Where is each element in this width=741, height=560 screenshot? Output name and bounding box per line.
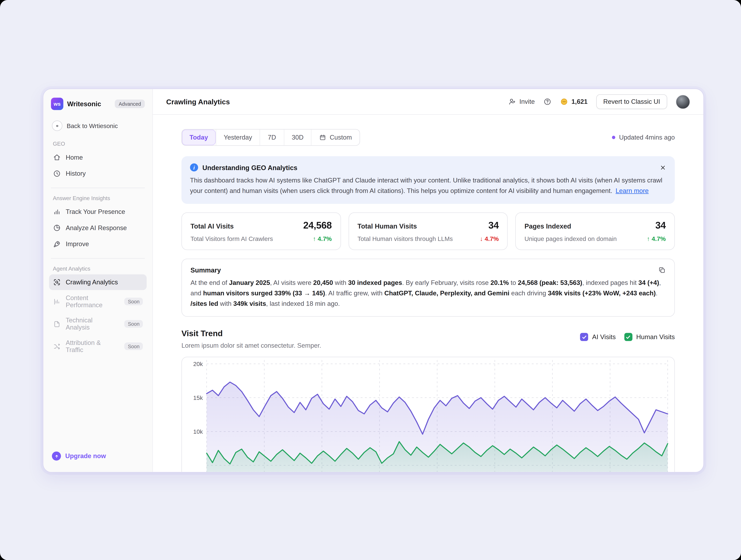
summary-highlight: human visitors surged 339% (33 → 145) — [203, 290, 325, 297]
calendar-icon — [319, 134, 326, 141]
back-to-writesonic-button[interactable]: Back to Wrtiesonic — [50, 119, 146, 133]
arrow-down-icon: ↓ — [480, 235, 483, 243]
stat-subtitle: Total Human visitors through LLMs — [357, 235, 453, 243]
attribution-icon — [53, 342, 61, 350]
section-label-answer-engine-insights: Answer Engine Insights — [53, 195, 143, 201]
copy-icon[interactable] — [658, 266, 666, 274]
soon-badge: Soon — [125, 320, 143, 328]
sidebar-item-technical-analysis[interactable]: Technical AnalysisSoon — [49, 313, 147, 335]
chart-canvas: 20k15k10k — [182, 357, 674, 472]
delta-up-badge: ↑ 4.7% — [313, 235, 332, 243]
geo-analytics-banner: i Understanding GEO Analytics This dashb… — [182, 156, 675, 204]
sidebar-item-history[interactable]: History — [49, 166, 147, 181]
stat-title: Total Human Visits — [357, 223, 417, 230]
stat-card-pages-indexed: Pages Indexed34Unique pages indexed on d… — [516, 212, 675, 250]
legend-human-visits[interactable]: Human Visits — [624, 333, 675, 341]
stat-subtitle: Unique pages indexed on domain — [525, 235, 617, 243]
stat-value: 34 — [488, 220, 499, 231]
revert-classic-ui-button[interactable]: Revert to Classic UI — [596, 95, 667, 109]
legend-label: Human Visits — [636, 333, 675, 340]
sidebar-item-label: Analyze AI Response — [66, 224, 127, 232]
upgrade-now-button[interactable]: Upgrade now — [49, 448, 147, 464]
sidebar-item-content-performance[interactable]: Content PerformanceSoon — [49, 291, 147, 312]
sidebar-nav: GEOHomeHistoryAnswer Engine InsightsTrac… — [49, 134, 147, 358]
close-icon[interactable] — [660, 164, 666, 171]
sidebar-item-label: Track Your Presence — [66, 208, 125, 215]
info-icon: i — [190, 163, 198, 171]
credits-counter[interactable]: 1,621 — [560, 98, 588, 106]
updated-label: Updated 4mins ago — [619, 134, 675, 141]
technical-icon — [53, 320, 61, 328]
tab-yesterday[interactable]: Yesterday — [216, 130, 260, 145]
svg-text:20k: 20k — [193, 361, 203, 367]
tab-label: Yesterday — [224, 134, 252, 141]
summary-highlight: 24,568 (peak: 53,563) — [518, 279, 582, 286]
stat-subtitle: Total Visitors form AI Crawlers — [191, 235, 273, 243]
legend-ai-visits[interactable]: AI Visits — [580, 333, 616, 341]
crawling-icon — [53, 278, 61, 286]
summary-highlight: 349k visits (+23% WoW, +243 each) — [548, 290, 656, 297]
history-icon — [53, 170, 61, 178]
delta-down-badge: ↓ 4.7% — [480, 235, 499, 243]
arrow-up-circle-icon — [52, 451, 61, 460]
main-area: Crawling Analytics Invite — [153, 89, 703, 472]
visit-trend-titles: Visit Trend Lorem ipsum dolor sit amet c… — [182, 329, 321, 349]
upgrade-label: Upgrade now — [65, 452, 106, 460]
stat-value: 24,568 — [303, 220, 332, 231]
top-header: Crawling Analytics Invite — [153, 89, 703, 115]
tab-label: 30D — [292, 134, 304, 141]
delta-up-badge: ↑ 4.7% — [647, 235, 666, 243]
page-title: Crawling Analytics — [166, 98, 230, 106]
brand-row: ws Writesonic Advanced — [49, 96, 147, 112]
legend-label: AI Visits — [592, 333, 616, 340]
sidebar-item-track-your-presence[interactable]: Track Your Presence — [49, 204, 147, 220]
app-window: ws Writesonic Advanced Back to Wrtiesoni… — [43, 88, 704, 473]
sidebar-item-label: Crawling Analytics — [66, 278, 118, 286]
sidebar-item-analyze-ai-response[interactable]: Analyze AI Response — [49, 220, 147, 236]
tab-30d[interactable]: 30D — [284, 130, 311, 145]
sidebar-divider — [51, 188, 145, 188]
sidebar-item-home[interactable]: Home — [49, 149, 147, 165]
stat-card-total-human-visits: Total Human Visits34Total Human visitors… — [348, 212, 508, 250]
visit-trend-header: Visit Trend Lorem ipsum dolor sit amet c… — [182, 329, 675, 349]
arrow-left-icon — [52, 121, 62, 131]
summary-highlight: ChatGPT, Claude, Perplexity, and Gemini — [384, 290, 509, 297]
help-circle-icon — [543, 98, 551, 106]
sidebar-item-attribution-traffic[interactable]: Attribution & TrafficSoon — [49, 335, 147, 357]
summary-highlight: 30 indexed pages — [348, 279, 402, 286]
sidebar-item-crawling-analytics[interactable]: Crawling Analytics — [49, 274, 147, 290]
status-dot-icon — [612, 136, 615, 139]
svg-text:10k: 10k — [193, 428, 203, 435]
user-avatar[interactable] — [676, 95, 690, 109]
visit-trend-chart: 20k15k10k — [182, 357, 675, 472]
analyze-icon — [53, 224, 61, 232]
stat-cards: Total AI Visits24,568Total Visitors form… — [182, 212, 675, 250]
tab-label: Custom — [330, 134, 352, 141]
visit-trend-subtitle: Lorem ipsum dolor sit amet consectetur. … — [182, 342, 321, 349]
tab-today[interactable]: Today — [182, 130, 216, 145]
checkbox-checked-icon[interactable] — [624, 333, 632, 341]
help-button[interactable] — [543, 98, 551, 106]
sidebar-item-improve[interactable]: Improve — [49, 236, 147, 252]
banner-title: Understanding GEO Analytics — [202, 164, 297, 171]
sidebar-item-label: History — [66, 170, 86, 177]
writesonic-logo-icon: ws — [51, 98, 63, 110]
presence-icon — [53, 207, 61, 215]
summary-title: Summary — [191, 266, 221, 274]
last-updated: Updated 4mins ago — [612, 134, 675, 141]
summary-header: Summary — [191, 266, 666, 274]
soon-badge: Soon — [125, 298, 143, 305]
stage: ws Writesonic Advanced Back to Wrtiesoni… — [0, 0, 741, 560]
header-actions: Invite 1,621 Revert to Classic UI — [508, 95, 690, 109]
section-label-agent-analytics: Agent Analytics — [53, 266, 143, 271]
content-icon — [53, 298, 61, 306]
tab-label: Today — [190, 134, 208, 141]
summary-highlight: 349k visits — [233, 300, 266, 307]
stat-card-total-ai-visits: Total AI Visits24,568Total Visitors form… — [182, 212, 341, 250]
learn-more-link[interactable]: Learn more — [616, 187, 649, 194]
tab-custom[interactable]: Custom — [311, 130, 359, 145]
tab-7d[interactable]: 7D — [260, 130, 284, 145]
invite-button[interactable]: Invite — [508, 98, 535, 106]
checkbox-checked-icon[interactable] — [580, 333, 588, 341]
summary-highlight: /sites led — [191, 300, 218, 307]
